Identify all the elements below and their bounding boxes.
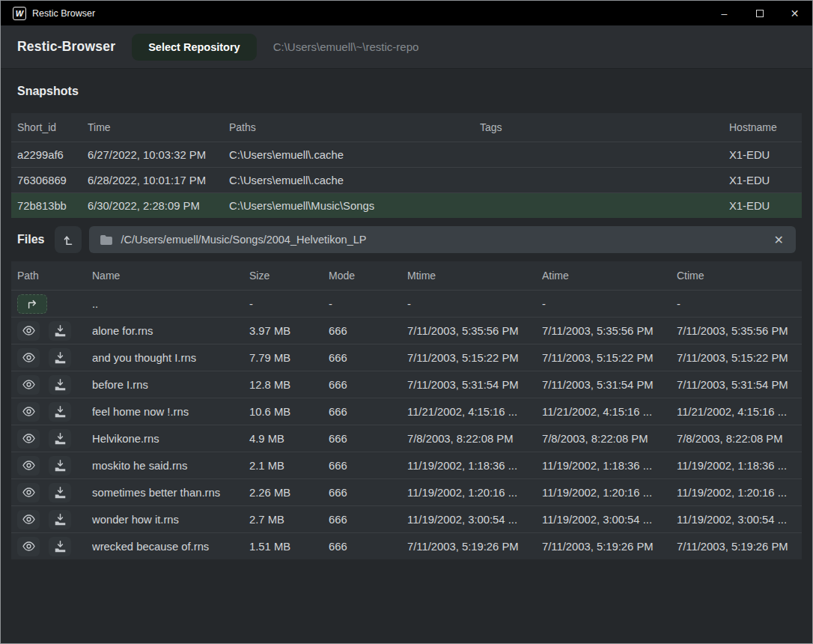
select-repository-button[interactable]: Select Repository — [132, 34, 257, 61]
file-name[interactable]: and you thought I.rns — [92, 352, 249, 364]
eye-icon — [22, 514, 36, 525]
file-ctime: 7/11/2003, 5:31:54 PM — [677, 379, 796, 391]
snapshot-row[interactable]: a2299af6 6/27/2022, 10:03:32 PM C:\Users… — [11, 142, 802, 167]
file-mode: 666 — [329, 325, 407, 337]
snapshot-hostname: X1-EDU — [729, 200, 796, 212]
current-path: /C/Users/emuell/Music/Songs/2004_Helveti… — [121, 234, 764, 246]
file-atime: 7/11/2003, 5:19:26 PM — [542, 541, 677, 553]
file-name[interactable]: wrecked because of.rns — [92, 541, 249, 553]
preview-file-button[interactable] — [17, 456, 40, 476]
file-size: 1.51 MB — [249, 541, 329, 553]
snapshot-paths: C:\Users\emuell\Music\Songs — [229, 200, 480, 212]
snapshot-paths: C:\Users\emuell\.cache — [229, 149, 480, 161]
snapshot-hostname: X1-EDU — [729, 149, 796, 161]
file-atime: - — [542, 298, 677, 310]
snapshot-row-selected[interactable]: 72b813bb 6/30/2022, 2:28:09 PM C:\Users\… — [11, 192, 802, 218]
maximize-button[interactable] — [742, 1, 777, 25]
parent-directory-row: .. - - - - - — [11, 290, 802, 317]
file-name[interactable]: wonder how it.rns — [92, 514, 249, 526]
file-mtime: - — [407, 298, 542, 310]
file-atime: 7/11/2003, 5:31:54 PM — [542, 379, 677, 391]
app-window: W Restic Browser – ✕ Restic-Browser Sele… — [0, 0, 813, 644]
file-rows-container: alone for.rns 3.97 MB 666 7/11/2003, 5:3… — [11, 317, 802, 559]
file-size: 3.97 MB — [249, 325, 329, 337]
file-ctime: 7/11/2003, 5:15:22 PM — [677, 352, 796, 364]
preview-file-button[interactable] — [17, 321, 40, 341]
col-mtime: Mtime — [407, 270, 542, 282]
col-tags: Tags — [480, 121, 729, 133]
snapshot-time: 6/28/2022, 10:01:17 PM — [88, 174, 229, 186]
preview-file-button[interactable] — [17, 402, 40, 422]
file-size: 7.79 MB — [249, 352, 329, 364]
file-atime: 7/11/2003, 5:35:56 PM — [542, 325, 677, 337]
wails-logo-icon: W — [13, 7, 26, 20]
file-mode: 666 — [329, 514, 407, 526]
preview-file-button[interactable] — [17, 483, 40, 502]
file-atime: 11/21/2002, 4:15:16 ... — [542, 406, 677, 418]
row-actions — [17, 321, 92, 341]
go-up-level-button[interactable] — [55, 226, 82, 253]
close-icon: ✕ — [791, 7, 800, 19]
download-file-button[interactable] — [49, 483, 71, 502]
preview-file-button[interactable] — [17, 375, 40, 395]
maximize-icon — [756, 10, 764, 17]
file-name[interactable]: moskito he said.rns — [92, 460, 249, 472]
file-ctime: - — [677, 298, 796, 310]
file-mtime: 11/19/2002, 1:18:36 ... — [407, 460, 542, 472]
snapshot-short-id: a2299af6 — [17, 149, 88, 161]
file-name[interactable]: sometimes better than.rns — [92, 487, 249, 499]
repository-path: C:\Users\emuell\~\restic-repo — [273, 40, 419, 53]
download-file-button[interactable] — [49, 348, 71, 368]
file-mtime: 7/11/2003, 5:19:26 PM — [407, 541, 542, 553]
eye-icon — [22, 541, 36, 552]
file-name[interactable]: alone for.rns — [92, 325, 249, 337]
download-file-button[interactable] — [49, 402, 71, 422]
go-parent-directory-button[interactable] — [17, 294, 47, 314]
file-atime: 11/19/2002, 3:00:54 ... — [542, 514, 677, 526]
row-actions — [17, 510, 92, 529]
download-file-button[interactable] — [49, 429, 71, 449]
file-name[interactable]: .. — [92, 298, 249, 310]
file-name[interactable]: Helvikone.rns — [92, 433, 249, 445]
snapshot-time: 6/30/2022, 2:28:09 PM — [88, 200, 229, 212]
file-row: and you thought I.rns 7.79 MB 666 7/11/2… — [11, 344, 802, 371]
download-icon — [54, 433, 67, 445]
file-name[interactable]: before I.rns — [92, 379, 249, 391]
file-ctime: 7/8/2003, 8:22:08 PM — [677, 433, 796, 445]
file-name[interactable]: feel home now !.rns — [92, 406, 249, 418]
download-file-button[interactable] — [49, 375, 71, 395]
download-file-button[interactable] — [49, 456, 71, 476]
file-ctime: 11/21/2002, 4:15:16 ... — [677, 406, 796, 418]
col-hostname: Hostname — [729, 121, 796, 133]
preview-file-button[interactable] — [17, 510, 40, 529]
download-file-button[interactable] — [49, 537, 71, 556]
file-size: - — [249, 298, 329, 310]
clear-path-icon: ✕ — [774, 234, 784, 246]
row-actions — [17, 429, 92, 449]
file-ctime: 11/19/2002, 3:00:54 ... — [677, 514, 796, 526]
file-ctime: 7/11/2003, 5:35:56 PM — [677, 325, 796, 337]
file-atime: 7/11/2003, 5:15:22 PM — [542, 352, 677, 364]
close-button[interactable]: ✕ — [777, 1, 812, 25]
file-row: alone for.rns 3.97 MB 666 7/11/2003, 5:3… — [11, 317, 802, 344]
col-name: Name — [92, 270, 249, 282]
col-short-id: Short_id — [17, 121, 88, 133]
preview-file-button[interactable] — [17, 429, 40, 449]
snapshot-row[interactable]: 76306869 6/28/2022, 10:01:17 PM C:\Users… — [11, 167, 802, 192]
preview-file-button[interactable] — [17, 537, 40, 556]
download-file-button[interactable] — [49, 321, 71, 341]
clear-path-button[interactable]: ✕ — [773, 233, 785, 247]
col-size: Size — [249, 270, 329, 282]
snapshot-time: 6/27/2022, 10:03:32 PM — [88, 149, 229, 161]
current-path-bar[interactable]: /C/Users/emuell/Music/Songs/2004_Helveti… — [89, 226, 796, 253]
titlebar: W Restic Browser – ✕ — [1, 1, 812, 25]
minimize-button[interactable]: – — [707, 1, 742, 25]
download-file-button[interactable] — [49, 510, 71, 529]
file-size: 2.26 MB — [249, 487, 329, 499]
download-icon — [54, 352, 67, 364]
eye-icon — [22, 433, 36, 444]
download-icon — [54, 325, 67, 337]
preview-file-button[interactable] — [17, 348, 40, 368]
file-ctime: 11/19/2002, 1:20:16 ... — [677, 487, 796, 499]
col-atime: Atime — [542, 270, 677, 282]
